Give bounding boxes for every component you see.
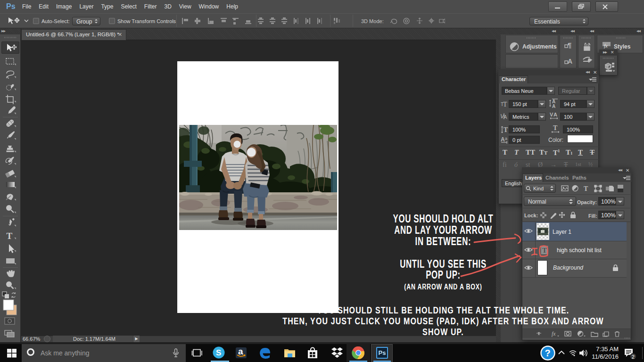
svg-text:a: a — [505, 136, 507, 141]
svg-text:?: ? — [545, 348, 551, 358]
svg-text:V: V — [550, 112, 553, 117]
svg-text:fx: fx — [604, 43, 608, 49]
svg-text:T: T — [553, 124, 558, 132]
svg-text:T: T — [7, 231, 13, 241]
svg-text:A: A — [568, 58, 572, 65]
svg-text:A: A — [501, 136, 505, 143]
svg-text:¶: ¶ — [568, 41, 571, 49]
svg-text:T: T — [584, 185, 588, 192]
svg-text:T: T — [503, 101, 507, 107]
svg-text:2: 2 — [632, 354, 635, 360]
svg-text:Kind: Kind — [533, 186, 544, 191]
svg-text:S: S — [216, 348, 221, 357]
svg-text:A: A — [553, 112, 557, 117]
svg-text:T: T — [504, 126, 508, 133]
svg-text:A: A — [552, 104, 555, 109]
